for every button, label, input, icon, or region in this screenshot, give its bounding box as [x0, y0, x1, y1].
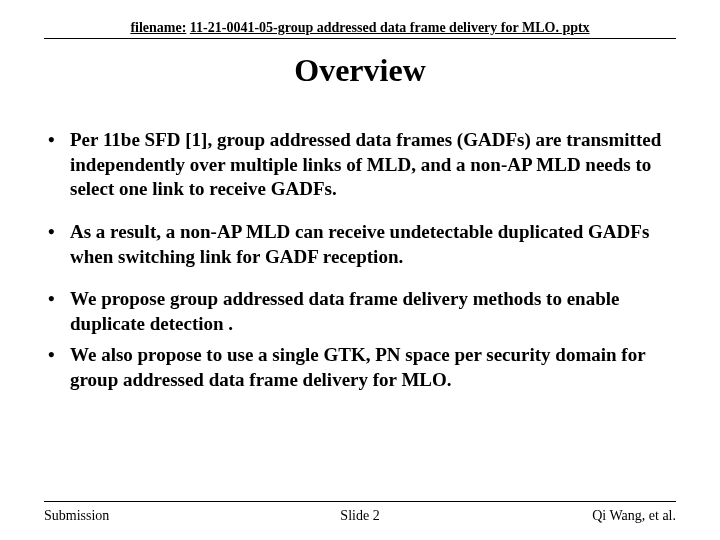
bullet-item: • We also propose to use a single GTK, P…: [44, 343, 676, 392]
bullet-text: We also propose to use a single GTK, PN …: [70, 343, 676, 392]
footer-left: Submission: [44, 508, 109, 524]
footer-divider: [44, 501, 676, 502]
bullet-marker: •: [44, 128, 70, 153]
footer-right: Qi Wang, et al.: [592, 508, 676, 524]
bullet-text: We propose group addressed data frame de…: [70, 287, 676, 336]
bullet-text: As a result, a non-AP MLD can receive un…: [70, 220, 676, 269]
bullet-marker: •: [44, 287, 70, 312]
bullet-text: Per 11be SFD [1], group addressed data f…: [70, 128, 676, 202]
footer: Submission Slide 2 Qi Wang, et al.: [44, 508, 676, 524]
slide-content: • Per 11be SFD [1], group addressed data…: [44, 128, 676, 410]
bullet-marker: •: [44, 220, 70, 245]
footer-center: Slide 2: [340, 508, 379, 524]
slide-title: Overview: [0, 52, 720, 89]
bullet-marker: •: [44, 343, 70, 368]
bullet-item: • As a result, a non-AP MLD can receive …: [44, 220, 676, 269]
bullet-item: • We propose group addressed data frame …: [44, 287, 676, 336]
bullet-item: • Per 11be SFD [1], group addressed data…: [44, 128, 676, 202]
header-divider: [44, 38, 676, 39]
filename-label: filename:: [130, 20, 186, 35]
header-filename: filename: 11-21-0041-05-group addressed …: [44, 20, 676, 36]
filename-value: 11-21-0041-05-group addressed data frame…: [190, 20, 590, 35]
